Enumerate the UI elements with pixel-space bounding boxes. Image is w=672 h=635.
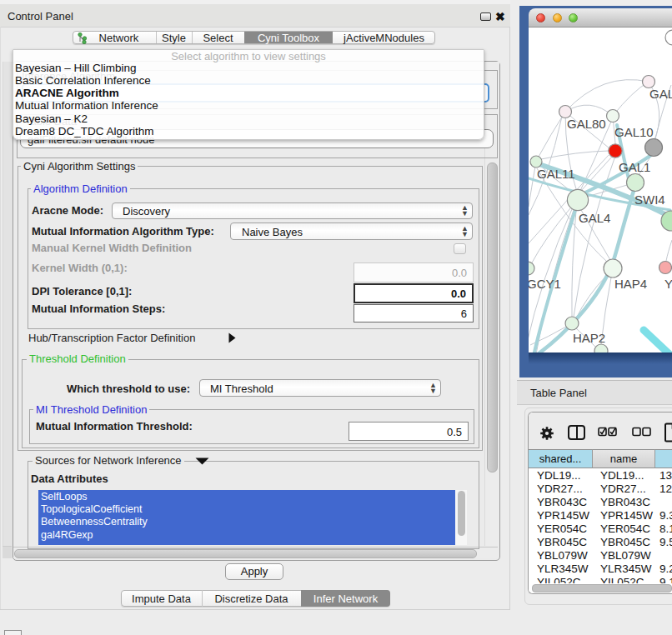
svg-text:GAL10: GAL10 bbox=[614, 125, 654, 139]
svg-text:HAP2: HAP2 bbox=[573, 331, 605, 345]
svg-text:GAL7: GAL7 bbox=[649, 87, 672, 101]
svg-text:GAL4: GAL4 bbox=[579, 211, 610, 225]
svg-text:GAL11: GAL11 bbox=[537, 167, 575, 181]
svg-text:HAP4: HAP4 bbox=[614, 277, 647, 291]
svg-text:GCY1: GCY1 bbox=[529, 277, 561, 291]
svg-text:GAL80: GAL80 bbox=[567, 117, 606, 131]
svg-text:SWI4: SWI4 bbox=[634, 192, 665, 207]
svg-text:GAL1: GAL1 bbox=[619, 160, 650, 174]
svg-text:YM: YM bbox=[664, 277, 672, 291]
